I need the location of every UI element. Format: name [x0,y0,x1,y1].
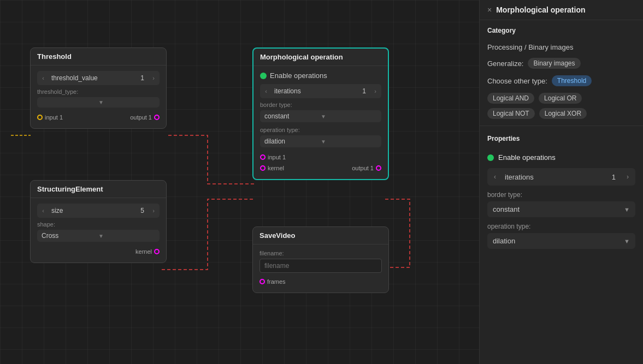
shape-arrow: ▼ [98,233,155,239]
threshold-input-port[interactable] [37,115,43,120]
savevideo-frames-port[interactable] [259,279,265,284]
morph-optype-arrow: ▼ [321,139,377,145]
iterations-right[interactable]: › [620,168,635,186]
savevideo-filename-label: filename: [259,250,382,256]
threshold-value-left[interactable]: ‹ [37,71,49,85]
iterations-stepper[interactable]: ‹ iterations 1 › [487,168,635,186]
morph-port-row-2: kernel output 1 [260,163,381,174]
morph-optype-label: operation type: [260,127,381,133]
iterations-value: 1 [612,173,620,181]
morph-node-title: Morphological operation [253,49,388,66]
morph-iter-right[interactable]: › [369,84,381,98]
morph-kernel-port[interactable] [260,165,266,171]
category-label: Category [480,20,643,39]
enable-row: Enable operations [487,153,635,162]
morph-optype-dropdown[interactable]: dilation ▼ [260,135,381,147]
operation-type-wrapper: dilation erosion opening closing ▼ [487,233,635,249]
tags-row-2: Logical NOT Logical XOR [480,108,643,123]
generalize-label: Generalize: [487,59,523,68]
structuring-kernel-port[interactable] [154,249,160,254]
morph-enable-label: Enable operations [270,71,327,80]
threshold-type-dropdown[interactable]: ▼ [37,97,160,108]
savevideo-node-title: SaveVideo [253,227,388,244]
size-stepper[interactable]: ‹ size 5 › [37,204,160,218]
structuring-node: StructuringElement ‹ size 5 › shape: Cro… [30,180,167,263]
border-type-select[interactable]: constant reflect replicate wrap [487,201,635,217]
canvas-area[interactable]: Threshold ‹ threshold_value 1 › threshol… [0,0,479,364]
shape-label: shape: [37,221,160,228]
right-panel: × Morphological operation Category Proce… [479,0,643,364]
morph-output1-port[interactable] [376,165,381,171]
savevideo-node: SaveVideo filename: frames [252,226,389,293]
tag-logical-and[interactable]: Logical AND [487,93,534,104]
size-left[interactable]: ‹ [37,204,49,218]
border-type-wrapper: constant reflect replicate wrap ▼ [487,201,635,217]
morph-port-row-1: input 1 [260,152,381,163]
properties-label: Properties [480,128,643,147]
morph-enable-dot[interactable] [260,73,267,79]
morph-input1-port[interactable] [260,154,266,160]
choose-other-tag[interactable]: Threshold [552,75,592,86]
threshold-node-title: Threshold [31,48,166,65]
threshold-type-label: threshold_type: [37,88,160,95]
savevideo-port-row: frames [259,276,382,287]
close-button[interactable]: × [487,5,492,14]
choose-other-label: Choose other type: [487,77,547,85]
operation-type-label: operation type: [487,223,635,230]
morph-iterations-stepper[interactable]: ‹ iterations 1 › [260,84,381,98]
threshold-value-stepper[interactable]: ‹ threshold_value 1 › [37,71,160,85]
morph-border-dropdown[interactable]: constant ▼ [260,110,381,122]
threshold-output-port[interactable] [154,115,160,120]
generalize-row: Generalize: Binary images [480,56,643,73]
tags-row: Logical AND Logical OR [480,91,643,108]
shape-dropdown[interactable]: Cross ▼ [37,230,160,242]
panel-header: × Morphological operation [480,0,643,20]
divider [480,126,643,126]
morph-border-arrow: ▼ [321,114,377,120]
morph-iter-left[interactable]: ‹ [260,84,272,98]
enable-dot[interactable] [487,154,494,161]
structuring-port-row: kernel [37,246,160,257]
choose-other-row: Choose other type: Threshold [480,73,643,91]
operation-type-select[interactable]: dilation erosion opening closing [487,233,635,249]
properties-section: Enable operations ‹ iterations 1 › borde… [480,147,643,261]
threshold-type-arrow: ▼ [98,99,155,105]
threshold-port-row: input 1 output 1 [37,112,160,123]
savevideo-filename-input[interactable] [259,259,382,273]
morph-enable-row: Enable operations [260,71,381,80]
border-type-label: border type: [487,191,635,199]
morph-node: Morphological operation Enable operation… [252,47,389,180]
enable-label: Enable operations [498,153,556,162]
structuring-node-title: StructuringElement [31,181,166,198]
tag-logical-xor[interactable]: Logical XOR [539,108,587,119]
size-right[interactable]: › [148,204,160,218]
threshold-value-right[interactable]: › [148,71,160,85]
iterations-left[interactable]: ‹ [487,168,503,186]
threshold-node: Threshold ‹ threshold_value 1 › threshol… [30,47,167,129]
generalize-tag[interactable]: Binary images [528,58,580,69]
iterations-label: iterations [503,173,612,181]
morph-border-label: border type: [260,102,381,108]
category-processing[interactable]: Processing / Binary images [480,39,643,56]
tag-logical-not[interactable]: Logical NOT [487,108,535,119]
tag-logical-or[interactable]: Logical OR [539,93,582,104]
panel-title: Morphological operation [496,5,585,14]
